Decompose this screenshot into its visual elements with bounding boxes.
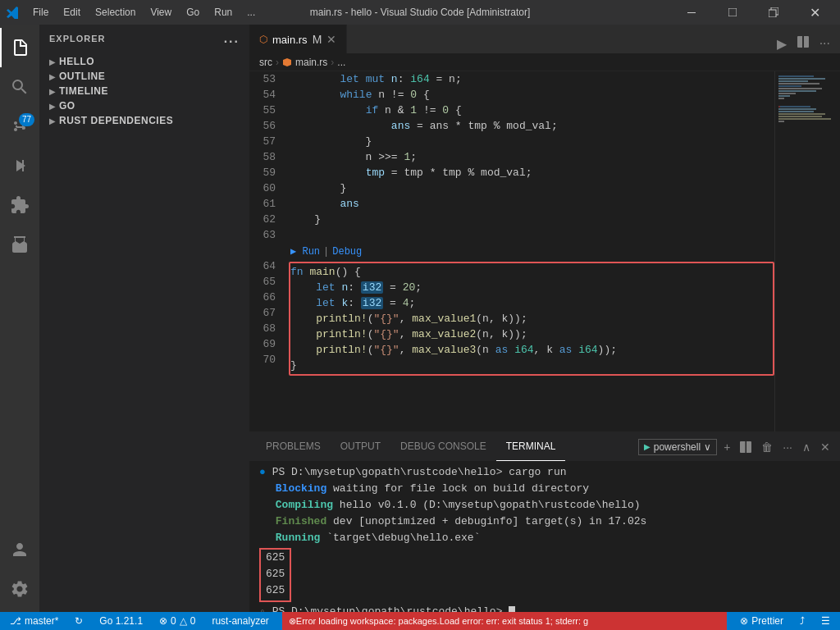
activity-accounts[interactable] <box>0 530 39 569</box>
status-notif[interactable]: ☰ <box>818 615 833 627</box>
hello-label: HELLO <box>59 56 94 67</box>
svg-rect-3 <box>769 10 776 17</box>
breadcrumb-src[interactable]: src <box>259 57 272 68</box>
rust-deps-label: RUST DEPENDENCIES <box>59 115 173 126</box>
menu-selection[interactable]: Selection <box>89 5 142 20</box>
terminal-new-button[interactable]: ▶ powershell ∨ <box>638 439 717 455</box>
error-count: 0 <box>171 615 176 627</box>
tab-main-rs[interactable]: ⬡ main.rs M ✕ <box>249 25 347 53</box>
terminal-content[interactable]: ● PS D:\mysetup\gopath\rustcode\hello> c… <box>249 461 840 612</box>
code-line-54: while n != 0 { <box>289 87 774 103</box>
code-line-62: } <box>289 212 774 227</box>
run-link[interactable]: ▶ Run <box>290 244 320 260</box>
sidebar-item-rust-deps[interactable]: ▶ RUST DEPENDENCIES <box>39 113 249 128</box>
sidebar-item-hello[interactable]: ▶ HELLO <box>39 54 249 69</box>
run-button[interactable]: ▶ <box>774 34 790 53</box>
terminal-prompt1: PS D:\mysetup\gopath\rustcode\hello> <box>272 466 509 478</box>
terminal-line-finished: Finished dev [unoptimized + debuginfo] t… <box>259 514 830 530</box>
sidebar-title: EXPLORER <box>49 34 106 43</box>
close-panel-button[interactable]: ✕ <box>817 439 833 455</box>
status-bar: ⎇ master* ↻ Go 1.21.1 ⊗ 0 △ 0 rust-analy… <box>0 612 840 630</box>
menu-edit[interactable]: Edit <box>57 5 87 20</box>
svg-rect-0 <box>687 12 696 13</box>
terminal-blocking-kw: Blocking <box>276 482 326 495</box>
more-actions-button[interactable]: ··· <box>816 34 833 52</box>
status-upload[interactable]: ⤴ <box>797 615 808 627</box>
minimize-button[interactable] <box>673 0 710 25</box>
tab-terminal[interactable]: TERMINAL <box>496 432 566 461</box>
tab-bar-actions: ▶ ··· <box>767 34 840 53</box>
status-errors[interactable]: ⊗ 0 △ 0 <box>156 615 199 627</box>
highlighted-code-block: fn main() { let n: i32 = 20; let k: i32 … <box>289 262 774 376</box>
sync-icon: ↻ <box>75 615 83 627</box>
sidebar-more[interactable]: ... <box>224 31 240 46</box>
restore-button[interactable] <box>755 0 792 25</box>
prettier-icon: ⊗ <box>740 615 748 627</box>
terminal-dot2: ◦ <box>259 605 266 612</box>
warning-count: 0 <box>190 615 196 627</box>
split-terminal-button[interactable] <box>737 440 755 454</box>
run-debug-inline: ▶ Run | Debug <box>289 243 774 262</box>
tab-output[interactable]: OUTPUT <box>331 432 390 461</box>
sidebar-sections: ▶ HELLO ▶ OUTLINE ▶ TIMELINE ▶ GO ▶ RUST… <box>39 52 249 130</box>
activity-search[interactable] <box>0 67 39 107</box>
menu-more[interactable]: ... <box>240 5 262 20</box>
status-sync[interactable]: ↻ <box>71 615 86 627</box>
code-line-60: } <box>289 180 774 196</box>
activity-extensions[interactable] <box>0 185 39 225</box>
tab-close-button[interactable]: ✕ <box>326 33 336 46</box>
activity-test[interactable] <box>0 225 39 264</box>
terminal-chevron[interactable]: ∨ <box>704 441 711 453</box>
breadcrumb-sep1: › <box>276 57 279 68</box>
status-rust-analyzer[interactable]: rust-analyzer <box>208 615 272 627</box>
tab-problems[interactable]: PROBLEMS <box>256 432 331 461</box>
close-button[interactable]: ✕ <box>796 0 833 25</box>
code-line-68: println!("{}", max_value2(n, k)); <box>290 326 773 342</box>
prettier-label: Prettier <box>751 615 783 627</box>
panel-actions: ▶ powershell ∨ + 🗑 ··· ∧ ✕ <box>638 439 833 455</box>
status-branch[interactable]: ⎇ master* <box>7 615 62 627</box>
code-line-64: fn main() { <box>290 264 773 280</box>
terminal-label: powershell <box>654 441 701 453</box>
delete-terminal-button[interactable]: 🗑 <box>758 439 776 455</box>
sidebar-header: EXPLORER ... <box>39 25 249 52</box>
vscode-icon <box>7 6 20 19</box>
terminal-dot: ● <box>259 466 266 478</box>
activity-run[interactable] <box>0 146 39 185</box>
pipe: | <box>323 244 329 260</box>
editor-content[interactable]: 53 54 55 56 57 58 59 60 61 62 63 00 64 6… <box>249 71 840 431</box>
outline-arrow: ▶ <box>49 72 56 81</box>
status-error-message[interactable]: ⊗ Error loading workspace: packages.Load… <box>282 612 728 630</box>
tab-debug-console[interactable]: DEBUG CONSOLE <box>390 432 496 461</box>
more-terminal-button[interactable]: ··· <box>779 439 796 455</box>
line-numbers: 53 54 55 56 57 58 59 60 61 62 63 00 64 6… <box>249 71 282 431</box>
activity-explorer[interactable] <box>0 28 39 67</box>
breadcrumb-symbol[interactable]: ... <box>337 57 345 68</box>
sidebar-item-timeline[interactable]: ▶ TIMELINE <box>39 84 249 98</box>
code-line-55: if n & 1 != 0 { <box>289 103 774 118</box>
menu-run[interactable]: Run <box>208 5 239 20</box>
status-prettier[interactable]: ⊗ Prettier <box>737 615 787 627</box>
code-editor[interactable]: let mut n: i64 = n; while n != 0 { if n … <box>282 71 774 431</box>
breadcrumb-file[interactable]: main.rs <box>282 57 327 68</box>
terminal-output-box: 625 625 625 <box>259 548 291 602</box>
menu-file[interactable]: File <box>26 5 55 20</box>
tab-label: main.rs <box>272 34 308 46</box>
minimap <box>774 71 840 431</box>
branch-label: master* <box>25 615 58 627</box>
maximize-button[interactable] <box>714 0 751 25</box>
menu-go[interactable]: Go <box>180 5 206 20</box>
status-go[interactable]: Go 1.21.1 <box>96 615 146 627</box>
terminal-cmd: cargo run <box>509 466 566 478</box>
split-editor-button[interactable] <box>793 34 813 53</box>
sidebar-item-go[interactable]: ▶ GO <box>39 98 249 113</box>
maximize-panel-button[interactable]: ∧ <box>799 439 814 455</box>
menu-view[interactable]: View <box>144 5 178 20</box>
activity-source-control[interactable]: 77 <box>0 107 39 146</box>
debug-link[interactable]: Debug <box>332 244 362 260</box>
sidebar-item-outline[interactable]: ▶ OUTLINE <box>39 69 249 84</box>
svg-rect-4 <box>22 160 24 171</box>
activity-settings[interactable] <box>0 569 39 609</box>
notif-icon: ☰ <box>821 615 830 627</box>
add-terminal-button[interactable]: + <box>720 439 733 455</box>
